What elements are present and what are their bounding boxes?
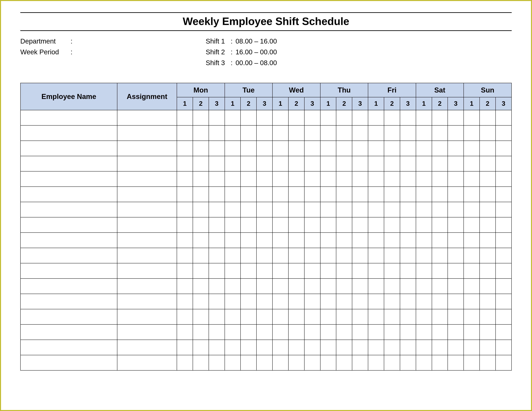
table-cell[interactable] bbox=[209, 202, 225, 217]
table-cell[interactable] bbox=[384, 187, 400, 202]
table-cell[interactable] bbox=[20, 233, 117, 248]
table-cell[interactable] bbox=[480, 187, 495, 202]
table-cell[interactable] bbox=[432, 141, 448, 156]
table-cell[interactable] bbox=[336, 248, 352, 263]
table-cell[interactable] bbox=[193, 110, 209, 125]
table-cell[interactable] bbox=[448, 233, 464, 248]
table-cell[interactable] bbox=[304, 248, 320, 263]
table-cell[interactable] bbox=[495, 110, 512, 125]
table-cell[interactable] bbox=[320, 355, 336, 370]
table-cell[interactable] bbox=[20, 325, 117, 340]
table-cell[interactable] bbox=[193, 279, 209, 294]
table-cell[interactable] bbox=[400, 355, 416, 370]
table-cell[interactable] bbox=[495, 187, 512, 202]
table-cell[interactable] bbox=[272, 171, 288, 187]
table-cell[interactable] bbox=[416, 248, 432, 263]
table-cell[interactable] bbox=[225, 263, 241, 279]
table-cell[interactable] bbox=[209, 217, 225, 233]
table-cell[interactable] bbox=[20, 171, 117, 187]
table-cell[interactable] bbox=[177, 171, 193, 187]
table-cell[interactable] bbox=[448, 325, 464, 340]
table-cell[interactable] bbox=[288, 294, 304, 309]
table-cell[interactable] bbox=[193, 141, 209, 156]
table-cell[interactable] bbox=[464, 202, 480, 217]
table-cell[interactable] bbox=[464, 325, 480, 340]
table-cell[interactable] bbox=[416, 294, 432, 309]
table-cell[interactable] bbox=[480, 248, 495, 263]
table-cell[interactable] bbox=[117, 279, 177, 294]
table-cell[interactable] bbox=[384, 156, 400, 171]
table-cell[interactable] bbox=[304, 294, 320, 309]
table-cell[interactable] bbox=[480, 309, 495, 325]
table-cell[interactable] bbox=[352, 202, 368, 217]
table-cell[interactable] bbox=[400, 233, 416, 248]
table-cell[interactable] bbox=[225, 156, 241, 171]
table-cell[interactable] bbox=[416, 187, 432, 202]
table-cell[interactable] bbox=[304, 156, 320, 171]
table-cell[interactable] bbox=[177, 248, 193, 263]
table-cell[interactable] bbox=[432, 187, 448, 202]
table-cell[interactable] bbox=[256, 294, 272, 309]
table-cell[interactable] bbox=[209, 156, 225, 171]
table-cell[interactable] bbox=[20, 141, 117, 156]
table-cell[interactable] bbox=[177, 279, 193, 294]
table-cell[interactable] bbox=[320, 340, 336, 355]
table-cell[interactable] bbox=[177, 156, 193, 171]
table-cell[interactable] bbox=[177, 340, 193, 355]
table-cell[interactable] bbox=[272, 217, 288, 233]
table-cell[interactable] bbox=[400, 156, 416, 171]
table-cell[interactable] bbox=[352, 125, 368, 141]
table-cell[interactable] bbox=[464, 279, 480, 294]
table-cell[interactable] bbox=[336, 187, 352, 202]
table-cell[interactable] bbox=[495, 294, 512, 309]
table-cell[interactable] bbox=[225, 325, 241, 340]
table-cell[interactable] bbox=[368, 217, 384, 233]
table-cell[interactable] bbox=[368, 294, 384, 309]
table-cell[interactable] bbox=[256, 233, 272, 248]
table-cell[interactable] bbox=[480, 325, 495, 340]
table-cell[interactable] bbox=[240, 187, 256, 202]
table-cell[interactable] bbox=[240, 156, 256, 171]
table-cell[interactable] bbox=[304, 279, 320, 294]
table-cell[interactable] bbox=[384, 141, 400, 156]
table-cell[interactable] bbox=[288, 110, 304, 125]
table-cell[interactable] bbox=[480, 279, 495, 294]
table-cell[interactable] bbox=[384, 110, 400, 125]
table-cell[interactable] bbox=[117, 187, 177, 202]
table-cell[interactable] bbox=[368, 187, 384, 202]
table-cell[interactable] bbox=[432, 233, 448, 248]
table-cell[interactable] bbox=[368, 171, 384, 187]
table-cell[interactable] bbox=[225, 309, 241, 325]
table-cell[interactable] bbox=[336, 355, 352, 370]
table-cell[interactable] bbox=[464, 141, 480, 156]
table-cell[interactable] bbox=[432, 217, 448, 233]
table-cell[interactable] bbox=[432, 340, 448, 355]
table-cell[interactable] bbox=[256, 125, 272, 141]
table-cell[interactable] bbox=[209, 141, 225, 156]
table-cell[interactable] bbox=[448, 125, 464, 141]
table-cell[interactable] bbox=[304, 340, 320, 355]
table-cell[interactable] bbox=[368, 233, 384, 248]
table-cell[interactable] bbox=[480, 171, 495, 187]
table-cell[interactable] bbox=[400, 171, 416, 187]
table-cell[interactable] bbox=[240, 233, 256, 248]
table-cell[interactable] bbox=[400, 217, 416, 233]
table-cell[interactable] bbox=[495, 171, 512, 187]
table-cell[interactable] bbox=[416, 233, 432, 248]
table-cell[interactable] bbox=[240, 141, 256, 156]
table-cell[interactable] bbox=[400, 263, 416, 279]
table-cell[interactable] bbox=[336, 309, 352, 325]
table-cell[interactable] bbox=[416, 125, 432, 141]
table-cell[interactable] bbox=[320, 325, 336, 340]
table-cell[interactable] bbox=[384, 340, 400, 355]
table-cell[interactable] bbox=[225, 217, 241, 233]
table-cell[interactable] bbox=[448, 171, 464, 187]
table-cell[interactable] bbox=[352, 325, 368, 340]
table-cell[interactable] bbox=[400, 202, 416, 217]
table-cell[interactable] bbox=[240, 202, 256, 217]
table-cell[interactable] bbox=[193, 309, 209, 325]
table-cell[interactable] bbox=[416, 279, 432, 294]
table-cell[interactable] bbox=[480, 125, 495, 141]
table-cell[interactable] bbox=[320, 233, 336, 248]
table-cell[interactable] bbox=[209, 110, 225, 125]
